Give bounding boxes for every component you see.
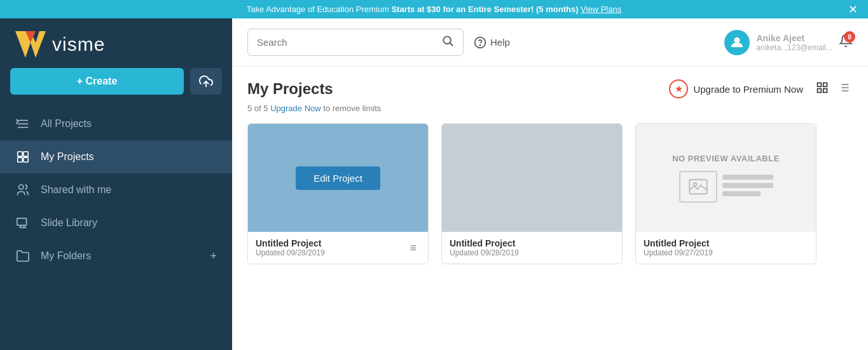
help-button[interactable]: Help (474, 36, 510, 49)
project-info-1: Untitled Project Updated 09/28/2019 ≡ (248, 232, 428, 264)
search-button[interactable] (441, 34, 454, 50)
svg-point-12 (19, 185, 24, 189)
project-info-3: Untitled Project Updated 09/27/2019 (636, 232, 816, 264)
svg-rect-19 (818, 83, 822, 86)
banner-link[interactable]: View Plans (581, 4, 621, 14)
shared-with-me-label: Shared with me (41, 184, 111, 196)
upload-icon (199, 74, 213, 88)
project-thumbnail-2: Edit Project (442, 124, 622, 232)
sidebar: visme + Create (0, 18, 232, 350)
view-toggle (813, 80, 853, 98)
sidebar-item-my-projects[interactable]: My Projects (0, 140, 232, 173)
notifications-button[interactable]: 8 (839, 34, 853, 51)
top-banner: Take Advantage of Education Premium Star… (0, 0, 868, 18)
svg-rect-21 (823, 88, 827, 92)
user-email: aniketa...123@email... (756, 43, 832, 52)
user-info: Anike Ajeet aniketa...123@email... (756, 33, 832, 52)
slide-library-label: Slide Library (41, 217, 97, 229)
project-name-2: Untitled Project (450, 238, 519, 248)
grid-icon (816, 81, 829, 94)
user-icon (730, 36, 744, 50)
visme-logo-text: visme (52, 34, 105, 55)
list-icon (837, 81, 850, 94)
shared-icon (15, 182, 31, 198)
all-projects-label: All Projects (41, 118, 92, 130)
edit-project-button-3[interactable]: Edit Project (684, 166, 768, 190)
limit-text: to remove limits (323, 104, 381, 113)
svg-rect-10 (18, 158, 22, 162)
banner-close-button[interactable]: ✕ (848, 3, 858, 17)
add-folder-button[interactable]: + (210, 250, 217, 263)
table-row[interactable]: NO PREVIEW AVAILABLE (635, 123, 816, 264)
project-info-2: Untitled Project Updated 09/28/2019 (442, 232, 622, 264)
project-name-3: Untitled Project (644, 238, 713, 248)
project-thumbnail-3: NO PREVIEW AVAILABLE (636, 124, 816, 232)
create-button[interactable]: + Create (10, 68, 184, 95)
project-menu-button-1[interactable]: ≡ (406, 240, 420, 256)
content-area: Help Anike Ajeet aniketa...123@email... (232, 18, 868, 350)
user-area: Anike Ajeet aniketa...123@email... 8 (724, 30, 853, 55)
my-folders-icon (15, 248, 31, 264)
project-date-1: Updated 09/28/2019 (256, 248, 325, 257)
upgrade-premium-button[interactable]: ★ Upgrade to Premium Now (669, 79, 803, 98)
help-icon (474, 36, 486, 49)
page-title: My Projects (247, 80, 333, 98)
edit-project-button-2[interactable]: Edit Project (490, 166, 574, 190)
main-layout: visme + Create (0, 18, 868, 350)
project-name-1: Untitled Project (256, 238, 325, 248)
svg-rect-8 (18, 152, 22, 156)
project-date-2: Updated 09/28/2019 (450, 248, 519, 257)
svg-rect-11 (24, 158, 28, 162)
table-row[interactable]: Edit Project Untitled Project Updated 09… (441, 123, 623, 264)
content-header: Help Anike Ajeet aniketa...123@email... (232, 18, 868, 67)
svg-point-18 (734, 37, 740, 43)
all-projects-icon (15, 116, 31, 131)
svg-rect-22 (818, 88, 822, 92)
search-box (247, 29, 464, 56)
my-projects-icon (15, 149, 31, 165)
sidebar-actions: + Create (0, 68, 232, 107)
visme-logo-icon (15, 31, 46, 58)
banner-text: Take Advantage of Education Premium Star… (247, 4, 621, 14)
sidebar-item-shared-with-me[interactable]: Shared with me (0, 173, 232, 206)
avatar[interactable] (724, 30, 750, 55)
projects-grid: Edit Project Untitled Project Updated 09… (247, 123, 853, 264)
search-input[interactable] (257, 37, 435, 48)
upgrade-now-link[interactable]: Upgrade Now (270, 104, 321, 113)
upload-button[interactable] (190, 68, 222, 95)
my-folders-label: My Folders (41, 250, 91, 262)
project-thumbnail-1: Edit Project (248, 124, 428, 232)
projects-header: My Projects ★ Upgrade to Premium Now (247, 79, 853, 98)
sidebar-logo: visme (0, 18, 232, 68)
my-projects-label: My Projects (41, 151, 94, 163)
projects-meta: 5 of 5 Upgrade Now to remove limits (247, 104, 853, 113)
search-icon (441, 34, 454, 47)
project-date-3: Updated 09/27/2019 (644, 248, 713, 257)
upgrade-star-icon: ★ (669, 79, 688, 98)
list-view-button[interactable] (835, 80, 853, 98)
sidebar-nav: All Projects My Projects (0, 107, 232, 273)
sidebar-item-all-projects[interactable]: All Projects (0, 107, 232, 140)
user-name: Anike Ajeet (756, 33, 832, 43)
header-right: ★ Upgrade to Premium Now (669, 79, 853, 98)
svg-rect-20 (823, 83, 827, 86)
upgrade-label: Upgrade to Premium Now (693, 84, 803, 95)
svg-line-15 (450, 43, 453, 46)
projects-count: 5 of 5 (247, 104, 268, 113)
sidebar-item-slide-library[interactable]: Slide Library (0, 206, 232, 239)
sidebar-item-my-folders[interactable]: My Folders + (0, 239, 232, 273)
project-overlay-1: Edit Project (248, 124, 428, 232)
help-label: Help (490, 37, 510, 48)
grid-view-button[interactable] (813, 80, 831, 98)
projects-area: My Projects ★ Upgrade to Premium Now (232, 67, 868, 350)
slide-library-icon (15, 215, 31, 231)
table-row[interactable]: Edit Project Untitled Project Updated 09… (247, 123, 429, 264)
edit-project-button-1[interactable]: Edit Project (296, 166, 380, 190)
svg-rect-9 (24, 152, 28, 156)
notification-badge: 8 (844, 31, 855, 43)
svg-rect-13 (17, 219, 27, 225)
